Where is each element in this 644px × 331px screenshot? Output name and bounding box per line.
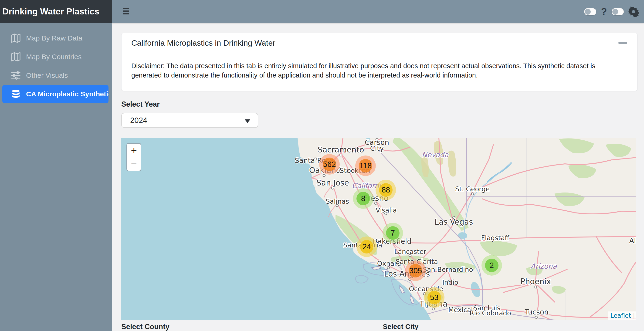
map-place-label: St. George [455, 185, 490, 193]
map-place-label: Flagstaff [481, 234, 510, 242]
map-place-label: Salinas [326, 198, 349, 205]
cluster-count: 7 [386, 226, 400, 240]
cluster-marker[interactable]: 7 [382, 223, 403, 243]
cluster-marker[interactable]: 2 [482, 255, 502, 276]
map-icon [11, 33, 21, 43]
cluster-marker[interactable]: 562 [319, 154, 340, 174]
map-place-label: Sacramento [318, 145, 364, 154]
cluster-count: 8 [356, 192, 370, 205]
cluster-count: 24 [360, 240, 374, 254]
sidebar-item-ca-microplastic-synthetic-data[interactable]: CA Microplastic Synthetic Data [2, 85, 108, 103]
sidebar-item-other-visuals[interactable]: Other Visuals [2, 66, 108, 84]
select-year-label: Select Year [121, 100, 160, 108]
cluster-count: 562 [323, 158, 336, 171]
collapse-button[interactable] [618, 38, 628, 48]
cluster-count: 2 [485, 258, 498, 272]
select-city-label: Select City [383, 322, 418, 330]
map-place-label: Visalia [376, 206, 397, 214]
chevron-down-icon [245, 120, 250, 123]
sidebar-item-label: Map By Raw Data [26, 34, 82, 42]
card-header: California Microplastics in Drinking Wat… [122, 33, 637, 53]
leaflet-link[interactable]: Leaflet [610, 312, 631, 319]
map-icon [11, 52, 21, 62]
map-place-label: San Jose [316, 178, 349, 188]
sliders-icon [11, 70, 21, 80]
sidebar: Map By Raw Data Map By Countries Other V… [0, 23, 112, 331]
city-dot [472, 193, 474, 195]
disclaimer-card: California Microplastics in Drinking Wat… [121, 33, 638, 91]
cluster-count: 305 [409, 264, 422, 278]
map-zoom-control: + − [126, 143, 141, 171]
map[interactable]: SacramentoCarsonCitySanta RosaOaklandSto… [121, 138, 636, 320]
card-title: California Microplastics in Drinking Wat… [131, 38, 275, 48]
map-place-label: Phoenix [520, 277, 551, 286]
city-dot [534, 286, 536, 288]
toggle-knob [612, 9, 618, 15]
map-canvas: SacramentoCarsonCitySanta RosaOaklandSto… [121, 138, 636, 320]
app-brand: Drinking Water Plastics [0, 0, 112, 23]
map-attribution: Leaflet| [608, 312, 636, 320]
sidebar-item-map-by-raw-data[interactable]: Map By Raw Data [2, 29, 108, 47]
display-toggle-switch[interactable] [612, 8, 624, 15]
year-select-value: 2024 [130, 116, 147, 125]
map-place-label: Nevada [422, 150, 449, 159]
cluster-marker[interactable]: 88 [376, 180, 396, 200]
sidebar-toggle-icon[interactable] [123, 8, 129, 14]
gear-icon[interactable] [628, 6, 639, 17]
select-county-label: Select County [121, 322, 170, 331]
map-place-label: San Bernardino [423, 266, 473, 274]
cluster-marker[interactable]: 53 [424, 287, 444, 308]
cluster-count: 118 [359, 159, 372, 172]
top-navbar: ? [112, 0, 644, 23]
cluster-marker[interactable]: 24 [356, 236, 377, 257]
map-place-label: Arizona [530, 262, 557, 270]
map-place-label: Al [629, 236, 636, 245]
sidebar-item-map-by-countries[interactable]: Map By Countries [2, 48, 108, 66]
attribution-separator: | [631, 312, 635, 319]
cluster-count: 53 [428, 291, 441, 304]
theme-toggle-switch[interactable] [584, 8, 596, 15]
zoom-in-button[interactable]: + [127, 144, 141, 157]
map-place-label: City [370, 144, 384, 152]
disclaimer-text: Disclaimer: The data presented in this t… [122, 53, 637, 88]
help-icon[interactable]: ? [601, 7, 607, 16]
sidebar-item-label: Map By Countries [26, 53, 82, 61]
cluster-count: 88 [379, 183, 392, 197]
cluster-marker[interactable]: 118 [355, 156, 376, 176]
map-place-label: Las Vegas [435, 218, 473, 226]
cluster-marker[interactable]: 305 [405, 260, 426, 281]
cluster-marker[interactable]: 8 [353, 188, 374, 209]
map-place-label: Tucson [524, 308, 548, 316]
minus-icon [618, 42, 627, 44]
database-icon [11, 89, 21, 99]
sidebar-item-label: Other Visuals [26, 72, 68, 79]
city-dot [535, 316, 537, 318]
toggle-knob [585, 9, 591, 15]
year-select-dropdown[interactable]: 2024 [121, 113, 258, 128]
map-place-label: Indio [442, 279, 458, 286]
map-place-label: Río Colorado [470, 309, 511, 317]
zoom-out-button[interactable]: − [127, 157, 141, 170]
sidebar-item-label: CA Microplastic Synthetic Data [26, 90, 108, 98]
map-place-label: Lancaster [394, 248, 426, 256]
